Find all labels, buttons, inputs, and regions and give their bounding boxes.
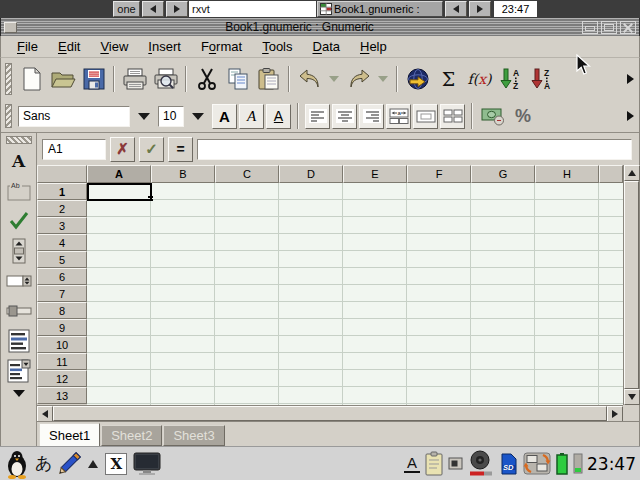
align-center-button[interactable]: [332, 104, 357, 129]
window-menu-icon[interactable]: [4, 22, 17, 33]
accept-edit-button[interactable]: ✓: [139, 137, 164, 162]
window-tab-rxvt[interactable]: rxvt: [189, 1, 316, 17]
merge-cells-button[interactable]: [413, 104, 438, 129]
menu-help[interactable]: Help: [350, 36, 397, 57]
copy-button[interactable]: [222, 61, 253, 97]
underline-button[interactable]: A: [266, 104, 291, 129]
insert-checkbox-button[interactable]: [5, 208, 33, 234]
split-cells-button[interactable]: [440, 104, 465, 129]
function-button[interactable]: f(x): [464, 61, 495, 97]
battery-main-icon[interactable]: [555, 452, 569, 475]
insert-slider-button[interactable]: [5, 298, 33, 324]
display-applet-icon[interactable]: [132, 452, 162, 476]
ime-indicator[interactable]: あ: [35, 452, 52, 475]
column-header-g[interactable]: G: [471, 165, 535, 183]
insert-spinbutton-button[interactable]: [5, 268, 33, 294]
insert-list-button[interactable]: [5, 328, 33, 354]
undo-dropdown[interactable]: [329, 76, 339, 82]
menu-tools[interactable]: Tools: [252, 36, 302, 57]
row-header-5[interactable]: 5: [37, 251, 87, 268]
linux-menu-icon[interactable]: [4, 449, 30, 479]
scroll-left-button[interactable]: [37, 406, 53, 422]
column-header-c[interactable]: C: [215, 165, 279, 183]
toolbar-overflow-arrow[interactable]: [627, 74, 634, 84]
print-preview-button[interactable]: [150, 61, 181, 97]
open-button[interactable]: [47, 61, 78, 97]
window-next-button[interactable]: [469, 1, 491, 17]
sd-card-icon[interactable]: SD: [499, 451, 519, 477]
print-button[interactable]: [119, 61, 150, 97]
italic-button[interactable]: A: [239, 104, 264, 129]
sheet-tab-sheet3[interactable]: Sheet3: [163, 425, 224, 446]
maximize-button[interactable]: [601, 21, 617, 34]
vertical-scrollbar[interactable]: [623, 165, 639, 405]
card-sync-applet-icon[interactable]: [523, 451, 551, 476]
card-applet-icon[interactable]: [448, 456, 463, 471]
menu-view[interactable]: View: [90, 36, 138, 57]
toolbar-overflow-arrow[interactable]: [627, 111, 634, 121]
minimize-button[interactable]: [582, 21, 598, 34]
row-header-8[interactable]: 8: [37, 302, 87, 319]
row-header-11[interactable]: 11: [37, 353, 87, 370]
font-name-dropdown[interactable]: [138, 113, 150, 120]
column-header-d[interactable]: D: [279, 165, 343, 183]
format-money-button[interactable]: [479, 102, 507, 130]
tray-expand-icon[interactable]: [88, 460, 98, 468]
row-header-2[interactable]: 2: [37, 200, 87, 217]
scroll-up-button[interactable]: [624, 165, 640, 181]
window-prev-button[interactable]: [445, 1, 467, 17]
window-titlebar[interactable]: Book1.gnumeric : Gnumeric: [0, 18, 640, 36]
equals-button[interactable]: =: [168, 137, 193, 162]
sum-button[interactable]: Σ: [433, 61, 464, 97]
row-header-12[interactable]: 12: [37, 370, 87, 387]
cut-button[interactable]: [191, 61, 222, 97]
insert-label-button[interactable]: A: [5, 148, 33, 174]
row-header-7[interactable]: 7: [37, 285, 87, 302]
clipboard-applet-icon[interactable]: [424, 451, 444, 477]
x11-applet[interactable]: X: [105, 453, 127, 475]
menu-insert[interactable]: Insert: [138, 36, 191, 57]
toolbar-drag-handle[interactable]: [6, 136, 32, 144]
battery-backup-icon[interactable]: [573, 453, 583, 474]
hyperlink-button[interactable]: [402, 61, 433, 97]
column-header-b[interactable]: B: [151, 165, 215, 183]
redo-dropdown[interactable]: [378, 76, 388, 82]
menu-edit[interactable]: Edit: [48, 36, 90, 57]
format-percent-button[interactable]: %: [509, 102, 537, 130]
column-header-partial[interactable]: [599, 165, 623, 183]
pencil-tool-icon[interactable]: [57, 451, 81, 477]
window-tab-gnumeric[interactable]: Book1.gnumeric :: [317, 1, 443, 17]
font-name-combo[interactable]: Sans: [18, 106, 130, 127]
volume-applet-icon[interactable]: [467, 450, 495, 477]
cell-name-box[interactable]: A1: [42, 139, 106, 160]
bold-button[interactable]: A: [212, 104, 237, 129]
sheet-tab-sheet1[interactable]: Sheet1: [39, 423, 100, 446]
row-header-13[interactable]: 13: [37, 387, 87, 404]
row-header-9[interactable]: 9: [37, 319, 87, 336]
formula-entry[interactable]: [197, 139, 632, 160]
font-size-combo[interactable]: 10: [158, 106, 184, 127]
workspace-button[interactable]: one: [113, 1, 140, 17]
column-header-h[interactable]: H: [535, 165, 599, 183]
row-header-3[interactable]: 3: [37, 217, 87, 234]
font-size-dropdown[interactable]: [192, 113, 204, 120]
insert-frame-button[interactable]: Ab: [5, 178, 33, 204]
workspace-next-button[interactable]: [166, 1, 188, 17]
menu-file[interactable]: File: [7, 36, 48, 57]
scroll-right-button[interactable]: [607, 406, 623, 422]
save-button[interactable]: [78, 61, 109, 97]
insert-scrollbar-button[interactable]: [5, 238, 33, 264]
cells-area[interactable]: [87, 183, 623, 405]
new-button[interactable]: [16, 61, 47, 97]
vertical-scroll-thumb[interactable]: [624, 181, 639, 389]
paste-button[interactable]: [253, 61, 284, 97]
redo-button[interactable]: [343, 61, 374, 97]
row-header-4[interactable]: 4: [37, 234, 87, 251]
scroll-down-button[interactable]: [624, 389, 640, 405]
menu-format[interactable]: Format: [191, 36, 252, 57]
object-toolbar-overflow-arrow[interactable]: [13, 390, 25, 397]
insert-combo-button[interactable]: [5, 358, 33, 384]
fill-handle[interactable]: [148, 196, 150, 198]
row-header-10[interactable]: 10: [37, 336, 87, 353]
sheet-tab-sheet2[interactable]: Sheet2: [101, 425, 162, 446]
